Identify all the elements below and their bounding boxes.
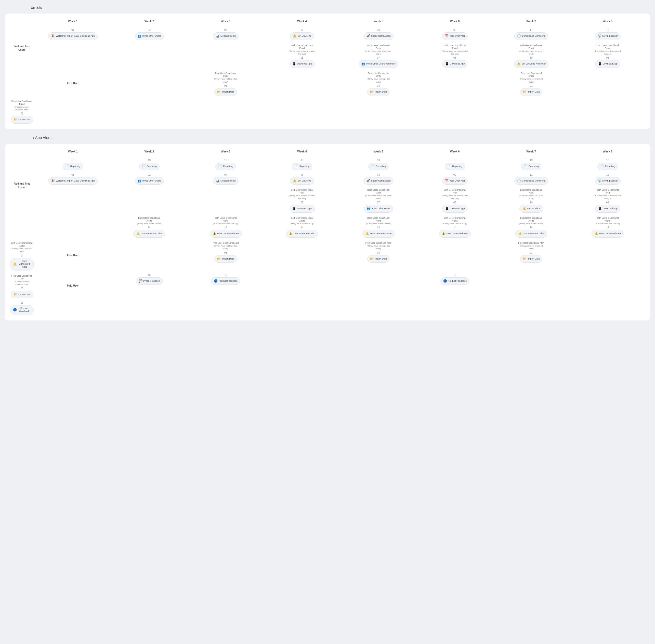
inapp-uga-w7: Both Users Conditional Alerts(If they ha… bbox=[569, 214, 646, 239]
inapp-uga-w3-pill[interactable]: ⚠️ User Generated Alert bbox=[286, 230, 318, 238]
inapp-main-w7-pill[interactable]: 🕐 Compliance Monitoring bbox=[514, 177, 548, 185]
inapp-week3-header: Week 3 bbox=[188, 148, 264, 157]
inapp-uga-w4-pill[interactable]: ⚠️ User Generated Alert bbox=[362, 230, 395, 238]
movingsensor-text-ia: Moving Sensor bbox=[603, 180, 618, 183]
emails-cond-w4-pill[interactable]: 👥 Invite Other Users Reminder bbox=[358, 60, 398, 68]
inapp-cond-w7-pill[interactable]: 📱 Download App bbox=[595, 205, 620, 213]
emails-w4-setupalerts-pill[interactable]: ⚠️ Set Up Alerts bbox=[290, 32, 314, 40]
spacecomp-icon-ia: 🚀 bbox=[366, 179, 370, 183]
inapp-reporting-w6-pill[interactable]: 📄 Reporting bbox=[445, 163, 465, 170]
inapp-reporting-w8[interactable]: 13 📄 Reporting bbox=[569, 157, 646, 172]
inapp-main-w1[interactable]: 01 🎉 Welcome: Import Data, Download App bbox=[35, 172, 111, 186]
inapp-paid-w5-pill[interactable]: 🔵 Product Feedback bbox=[440, 277, 469, 285]
inapp-paid-w8-pill[interactable]: 🔵 Product Feedback bbox=[10, 305, 33, 315]
inapp-reporting-w3[interactable]: 13 📄 Reporting bbox=[188, 157, 264, 172]
emails-free-w7-empty bbox=[569, 69, 646, 97]
inapp-main-w8-pill[interactable]: 📡 Moving Sensor bbox=[595, 177, 621, 185]
inapp-main-w8[interactable]: 12 📡 Moving Sensor bbox=[569, 172, 646, 186]
inapp-cond-w5-pill[interactable]: 📱 Download App bbox=[442, 205, 467, 213]
emails-cond-w5-pill[interactable]: 📱 Download App bbox=[442, 60, 467, 68]
inapp-paid-w2-pill[interactable]: 🔵 Product Feedback bbox=[211, 277, 240, 285]
emails-w2-invite-pill[interactable]: 👥 Invite Other Users bbox=[135, 32, 164, 40]
emails-w1-welcome-pill[interactable]: 🎉 Welcome: Import Data, Download App bbox=[48, 32, 97, 40]
inapp-free-w2: Free User Conditional Alert(If they have… bbox=[188, 239, 264, 272]
inapp-reporting-w5[interactable]: 13 📄 Reporting bbox=[340, 157, 417, 172]
movingsensor-text: Moving Sensor bbox=[603, 35, 618, 38]
emails-cond-w3-pill[interactable]: 📱 Download App bbox=[289, 60, 315, 68]
emails-w7-compliance[interactable]: 11 🕐 Compliance Monitoring bbox=[493, 27, 570, 42]
reporting-icon-4: 📄 bbox=[295, 164, 299, 168]
inapp-main-w6-pill[interactable]: 📅 Year Over Year bbox=[442, 177, 468, 185]
inapp-uga-w3: Both Users Conditional Alerts(If they ha… bbox=[264, 214, 340, 239]
emails-cond-w7-pill[interactable]: 📱 Download App bbox=[595, 60, 620, 68]
reporting-icon-1: 📄 bbox=[66, 164, 69, 168]
inapp-main-w4-pill[interactable]: ⚠️ Set Up Alerts bbox=[290, 177, 314, 185]
inapp-reporting-w1[interactable]: 13 📄 Reporting bbox=[35, 157, 111, 172]
inapp-reporting-w8-pill[interactable]: 📄 Reporting bbox=[598, 163, 618, 170]
inapp-main-w2[interactable]: 02 👥 Invite Other Users bbox=[111, 172, 188, 186]
emails-w7-compliance-pill[interactable]: 🕐 Compliance Monitoring bbox=[514, 32, 548, 40]
inapp-reporting-w1-pill[interactable]: 📄 Reporting bbox=[63, 163, 83, 170]
emails-free-w8-pill[interactable]: 📂 Import Data bbox=[11, 116, 33, 124]
inapp-reporting-w4-pill[interactable]: 📄 Reporting bbox=[292, 163, 312, 170]
inapp-main-w4[interactable]: 06 ⚠️ Set Up Alerts bbox=[264, 172, 340, 186]
inapp-main-w7[interactable]: 11 🕐 Compliance Monitoring bbox=[493, 172, 570, 186]
inapp-main-w2-pill[interactable]: 👥 Invite Other Users bbox=[135, 177, 164, 185]
inapp-cond-w1-empty bbox=[111, 186, 188, 214]
emails-w5-spacecomparison[interactable]: 08 🚀 Space Comparison bbox=[340, 27, 417, 42]
emails-free-w4-pill[interactable]: 📂 Import Data bbox=[367, 88, 390, 96]
inapp-reporting-w3-num: 13 bbox=[224, 159, 227, 162]
inapp-reporting-w4[interactable]: 13 📄 Reporting bbox=[264, 157, 340, 172]
inapp-uga-w8-pill[interactable]: ⚠️ User Generated Alert bbox=[10, 258, 33, 271]
inapp-main-w3-pill[interactable]: 📊 Measurements bbox=[213, 177, 238, 185]
inapp-paid-w1-pill[interactable]: 💬 Product Support bbox=[136, 277, 163, 285]
emails-w2-invite[interactable]: 02 👥 Invite Other Users bbox=[111, 27, 188, 42]
inapp-reporting-w7[interactable]: 13 📄 Reporting bbox=[493, 157, 570, 172]
inapp-cond-w6-pill[interactable]: ⚠️ Set Up Alerts bbox=[519, 205, 543, 213]
emails-w1-welcome[interactable]: 01 🎉 Welcome: Import Data, Download App bbox=[35, 27, 111, 42]
importdata-text-3: Import Data bbox=[528, 91, 540, 94]
inapp-grid-section: Week 1 Week 2 Week 3 Week 4 Week 5 Week … bbox=[5, 144, 650, 320]
inapp-cond-w4-pill[interactable]: 👥 Invite Other Users bbox=[364, 205, 393, 213]
inapp-main-w3[interactable]: 04 📊 Measurements bbox=[188, 172, 264, 186]
yearoveryear-icon: 📅 bbox=[445, 34, 449, 38]
inapp-main-w5[interactable]: 08 🚀 Space Comparison bbox=[340, 172, 417, 186]
inapp-uga-w1-pill[interactable]: ⚠️ User Generated Alert bbox=[133, 230, 165, 238]
emails-w8-movingsensor-pill[interactable]: 📡 Moving Sensor bbox=[595, 32, 621, 40]
inapp-reporting-w7-pill[interactable]: 📄 Reporting bbox=[521, 163, 541, 170]
emails-cond-w6-pill[interactable]: ⚠️ Set Up Alerts Reminder bbox=[514, 60, 548, 68]
emails-cond-w7-label: Both Users Conditional Email(If they hav… bbox=[593, 43, 622, 55]
emails-w8-movingsensor-num: 12 bbox=[606, 28, 609, 31]
inapp-uga-w7-pill[interactable]: ⚠️ User Generated Alert bbox=[591, 230, 624, 238]
inapp-uga-w2-pill[interactable]: ⚠️ User Generated Alert bbox=[210, 230, 242, 238]
inapp-reporting-w3-pill[interactable]: 📄 Reporting bbox=[215, 163, 236, 170]
inapp-free-w6-pill[interactable]: 📂 Import Data bbox=[520, 255, 542, 263]
importdata-text-ia1: Import Data bbox=[222, 257, 234, 260]
emails-w3-measurements[interactable]: 04 📊 Measurements bbox=[188, 27, 264, 42]
inapp-main-w6[interactable]: 09 📅 Year Over Year bbox=[417, 172, 493, 186]
inapp-uga-w6-pill[interactable]: ⚠️ User Generated Alert bbox=[515, 230, 547, 238]
inapp-free-w2-pill[interactable]: 📂 Import Data bbox=[214, 255, 237, 263]
inapp-free-w4-pill[interactable]: 📂 Import Data bbox=[367, 255, 390, 263]
inapp-paid-w8-num: 16 bbox=[20, 301, 23, 304]
emails-w6-yearoveryear-pill[interactable]: 📅 Year Over Year bbox=[442, 32, 468, 40]
emails-w6-yearoveryear[interactable]: 09 📅 Year Over Year bbox=[417, 27, 493, 42]
download-text-2: Download App bbox=[450, 63, 465, 66]
inapp-reporting-w2-pill[interactable]: 📄 Reporting bbox=[139, 163, 160, 170]
emails-w4-setupalerts[interactable]: 06 ⚠️ Set Up Alerts bbox=[264, 27, 340, 42]
emails-w8-movingsensor[interactable]: 12 📡 Moving Sensor bbox=[569, 27, 646, 42]
compliance-icon-ia: 🕐 bbox=[517, 179, 521, 183]
inapp-reporting-w2[interactable]: 13 📄 Reporting bbox=[111, 157, 188, 172]
inapp-uga-w5-pill[interactable]: ⚠️ User Generated Alert bbox=[439, 230, 471, 238]
inapp-main-w1-pill[interactable]: 🎉 Welcome: Import Data, Download App bbox=[48, 177, 97, 185]
inapp-cond-w3-pill[interactable]: 📱 Download App bbox=[289, 205, 315, 213]
inapp-main-w5-pill[interactable]: 🚀 Space Comparison bbox=[364, 177, 394, 185]
emails-w3-measurements-pill[interactable]: 📊 Measurements bbox=[213, 32, 238, 40]
emails-free-w6-pill[interactable]: 📂 Import Data bbox=[520, 88, 542, 96]
emails-w5-spacecomparison-pill[interactable]: 🚀 Space Comparison bbox=[364, 32, 394, 40]
inapp-reporting-w5-pill[interactable]: 📄 Reporting bbox=[368, 163, 389, 170]
inapp-reporting-w6[interactable]: 13 📄 Reporting bbox=[417, 157, 493, 172]
inapp-free-w8-pill[interactable]: 📂 Import Data bbox=[11, 291, 33, 299]
emails-free-w2-pill[interactable]: 📂 Import Data bbox=[214, 88, 237, 96]
uga-icon-1: ⚠️ bbox=[136, 232, 140, 236]
